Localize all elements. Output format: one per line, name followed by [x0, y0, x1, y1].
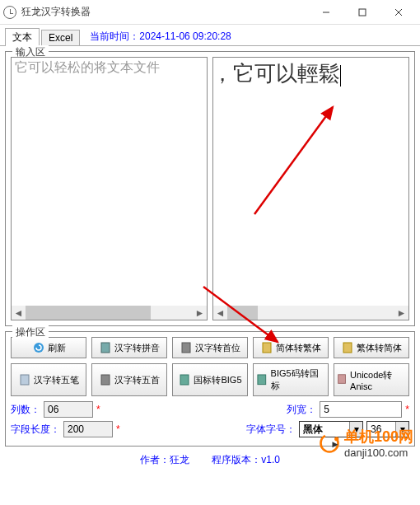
input-pane-left[interactable]: 它可以轻松的将文本文件 ◄ ► [11, 57, 208, 320]
svg-rect-10 [182, 343, 190, 353]
tab-text[interactable]: 文本 [5, 28, 40, 46]
required-star: * [405, 404, 409, 415]
doc-icon [18, 373, 31, 386]
width-input[interactable] [320, 401, 402, 418]
doc-icon [260, 341, 273, 354]
doc-icon [99, 373, 112, 386]
input-text-left: 它可以轻松的将文本文件 [12, 58, 207, 78]
refresh-button[interactable]: 刷新 [11, 337, 86, 358]
svg-rect-13 [21, 375, 29, 385]
font-label: 字体字号： [246, 423, 296, 437]
timestamp: 当前时间：2024-11-06 09:20:28 [90, 30, 231, 44]
author-label: 作者：狂龙 [140, 454, 189, 465]
unicode-to-ansi-button[interactable]: Unicode转Anisc [334, 363, 409, 396]
doc-icon [336, 373, 348, 386]
version-label: 程序版本：v1.0 [212, 454, 280, 465]
traditional-to-simplified-button[interactable]: 繁体转简体 [334, 337, 409, 358]
big5-to-gb-button[interactable]: BIG5码转国标 [253, 363, 329, 396]
fieldlen-input[interactable] [63, 421, 113, 437]
app-icon [3, 6, 16, 19]
tab-excel[interactable]: Excel [41, 30, 80, 45]
simplified-to-traditional-button[interactable]: 简体转繁体 [253, 337, 329, 358]
maximize-button[interactable] [344, 1, 380, 24]
scrollbar-right[interactable]: ◄ ► [213, 306, 408, 320]
watermark-icon [318, 432, 341, 455]
annotation-arrow-1 [246, 99, 345, 222]
svg-line-5 [254, 107, 333, 214]
svg-rect-14 [101, 375, 110, 385]
ops-legend: 操作区 [12, 325, 49, 339]
svg-rect-11 [263, 343, 271, 353]
cols-label: 列数： [11, 403, 40, 417]
cols-input[interactable] [44, 401, 93, 418]
minimize-button[interactable] [308, 1, 344, 24]
scroll-left-icon[interactable]: ◄ [213, 306, 227, 320]
scrollbar-left[interactable]: ◄ ► [12, 306, 207, 320]
svg-rect-9 [101, 343, 110, 353]
svg-rect-1 [359, 9, 366, 16]
output-pane-right[interactable]: 牛，它可以輕鬆 ◄ ► [212, 57, 409, 320]
fieldlen-label: 字段长度： [11, 423, 60, 437]
gb-to-big5-button[interactable]: 国标转BIG5 [172, 363, 248, 396]
doc-icon [341, 341, 354, 354]
svg-rect-12 [343, 343, 352, 353]
window-title: 狂龙汉字转换器 [21, 5, 308, 19]
svg-rect-15 [180, 375, 189, 385]
svg-rect-16 [258, 375, 266, 385]
doc-icon [178, 373, 191, 386]
required-star: * [116, 423, 120, 435]
svg-point-19 [334, 437, 338, 441]
close-button[interactable] [380, 1, 417, 24]
scroll-right-icon[interactable]: ► [394, 306, 408, 320]
output-text-right: 牛，它可以輕鬆 [212, 58, 408, 90]
width-label: 列宽： [287, 403, 316, 417]
hanzi-to-wubi-button[interactable]: 汉字转五笔 [11, 363, 86, 396]
hanzi-to-shouwei-button[interactable]: 汉字转首位 [172, 337, 248, 358]
svg-point-8 [34, 343, 44, 353]
refresh-icon [32, 341, 45, 354]
hanzi-to-pinyin-button[interactable]: 汉字转拼音 [91, 337, 167, 358]
scroll-left-icon[interactable]: ◄ [12, 306, 26, 320]
doc-icon [99, 341, 112, 354]
doc-icon [255, 373, 268, 386]
scroll-right-icon[interactable]: ► [193, 306, 207, 320]
required-star: * [96, 404, 100, 415]
hanzi-to-wushou-button[interactable]: 汉字转五首 [91, 363, 167, 396]
watermark: 单机100网 danji100.com [318, 427, 413, 459]
svg-rect-17 [338, 375, 346, 384]
doc-icon [180, 341, 193, 354]
